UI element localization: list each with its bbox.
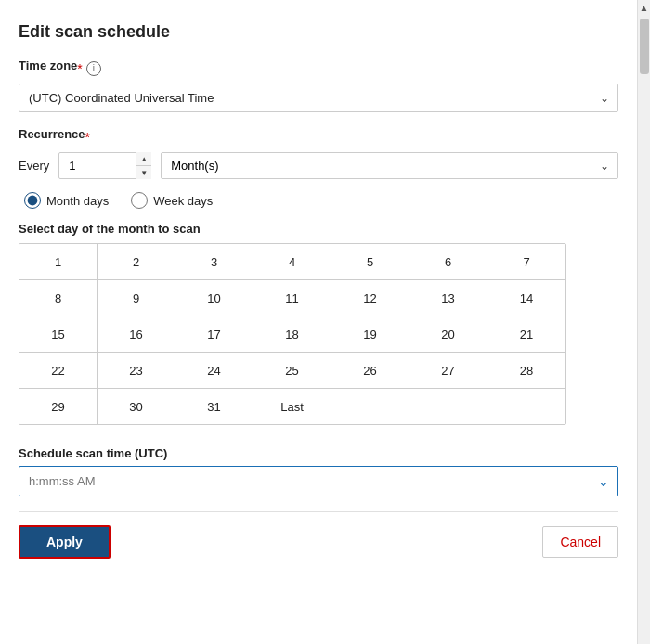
day-7[interactable]: 7 [488,244,566,279]
time-section: Schedule scan time (UTC) ⌄ [19,446,618,496]
day-17[interactable]: 17 [176,316,254,352]
day-23[interactable]: 23 [98,353,176,388]
day-30[interactable]: 30 [98,389,176,424]
day-13[interactable]: 13 [410,280,488,316]
day-31[interactable]: 31 [176,389,254,424]
every-input-wrapper: ▲ ▼ [58,152,151,179]
footer: Apply Cancel [19,511,618,573]
every-spinners: ▲ ▼ [136,152,151,179]
time-input-wrapper: ⌄ [19,466,618,496]
every-decrement-button[interactable]: ▼ [136,166,151,179]
day-15[interactable]: 15 [20,316,98,352]
day-22[interactable]: 22 [20,353,98,388]
day-10[interactable]: 10 [176,280,254,316]
day-empty-2 [410,389,488,424]
scrollbar[interactable]: ▲ [637,0,650,644]
week-days-label: Week days [153,194,213,208]
main-panel: Edit scan schedule Time zone * i (UTC) C… [0,0,637,644]
day-3[interactable]: 3 [176,244,254,279]
timezone-select-wrapper: (UTC) Coordinated Universal Time ⌄ [19,84,618,112]
day-18[interactable]: 18 [254,316,332,352]
every-label: Every [19,159,49,173]
scrollbar-thumb[interactable] [640,19,649,74]
day-type-radio-group: Month days Week days [24,192,618,209]
day-9[interactable]: 9 [98,280,176,316]
day-8[interactable]: 8 [20,280,98,316]
day-11[interactable]: 11 [254,280,332,316]
day-4[interactable]: 4 [254,244,332,279]
day-1[interactable]: 1 [20,244,98,279]
cancel-button[interactable]: Cancel [542,526,618,558]
day-19[interactable]: 19 [332,316,410,352]
day-24[interactable]: 24 [176,353,254,388]
day-last[interactable]: Last [254,389,332,424]
day-2[interactable]: 2 [98,244,176,279]
day-27[interactable]: 27 [410,353,488,388]
day-grid: 1 2 3 4 5 6 7 8 9 10 11 12 13 14 15 16 1… [19,243,566,425]
day-14[interactable]: 14 [488,280,566,316]
every-increment-button[interactable]: ▲ [136,152,151,166]
time-input[interactable] [19,466,618,496]
timezone-select[interactable]: (UTC) Coordinated Universal Time [19,84,618,112]
day-grid-label: Select day of the month to scan [19,222,618,236]
day-empty-3 [488,389,566,424]
day-row-5: 29 30 31 Last [20,389,566,424]
month-days-radio[interactable] [24,192,41,209]
day-row-2: 8 9 10 11 12 13 14 [20,280,566,316]
day-5[interactable]: 5 [332,244,410,279]
day-29[interactable]: 29 [20,389,98,424]
day-12[interactable]: 12 [332,280,410,316]
day-row-3: 15 16 17 18 19 20 21 [20,316,566,353]
scroll-up-icon[interactable]: ▲ [638,2,650,15]
month-days-label: Month days [46,194,109,208]
period-select-wrapper: Month(s)Week(s)Day(s) ⌄ [161,152,618,179]
week-days-radio-label[interactable]: Week days [131,192,213,209]
day-26[interactable]: 26 [332,353,410,388]
recurrence-label: Recurrence [19,127,85,141]
day-25[interactable]: 25 [254,353,332,388]
day-21[interactable]: 21 [488,316,566,352]
day-6[interactable]: 6 [410,244,488,279]
day-16[interactable]: 16 [98,316,176,352]
timezone-required: * [77,61,82,76]
month-days-radio-label[interactable]: Month days [24,192,109,209]
recurrence-row: Every ▲ ▼ Month(s)Week(s)Day(s) ⌄ [19,152,618,179]
day-empty-1 [332,389,410,424]
period-select[interactable]: Month(s)Week(s)Day(s) [161,152,618,179]
timezone-label: Time zone [19,58,77,72]
apply-button[interactable]: Apply [19,525,110,559]
timezone-info-icon[interactable]: i [86,61,101,76]
day-row-4: 22 23 24 25 26 27 28 [20,353,566,389]
page-title: Edit scan schedule [19,22,618,42]
day-row-1: 1 2 3 4 5 6 7 [20,244,566,280]
time-label: Schedule scan time (UTC) [19,446,618,460]
week-days-radio[interactable] [131,192,148,209]
day-20[interactable]: 20 [410,316,488,352]
day-28[interactable]: 28 [488,353,566,388]
recurrence-required: * [85,130,90,145]
